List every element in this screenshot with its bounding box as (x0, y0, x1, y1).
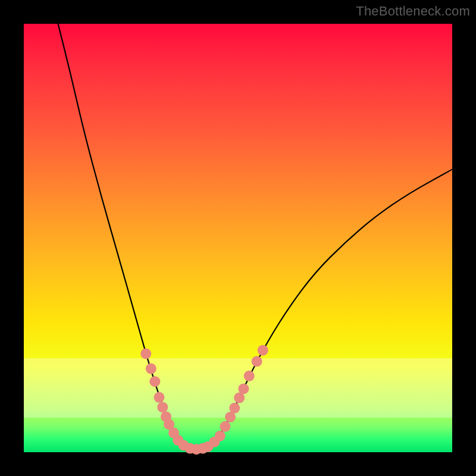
curve-marker (252, 356, 262, 367)
curve-marker (157, 402, 168, 412)
curve-marker (238, 383, 249, 394)
curve-marker (258, 345, 268, 356)
curve-marker (229, 403, 240, 414)
marker-group (140, 345, 268, 455)
curve-marker (146, 364, 156, 374)
curve-marker (244, 371, 255, 381)
curve-marker (220, 421, 230, 432)
curve-marker (154, 392, 165, 403)
plot-area (24, 24, 452, 452)
watermark-label: TheBottleneck.com (356, 4, 470, 19)
chart-frame: TheBottleneck.com (0, 0, 476, 476)
curve-marker (215, 431, 226, 441)
curve-marker (149, 376, 160, 387)
curve-marker (140, 348, 151, 359)
curve-path (58, 24, 452, 449)
bottleneck-curve (24, 24, 452, 452)
